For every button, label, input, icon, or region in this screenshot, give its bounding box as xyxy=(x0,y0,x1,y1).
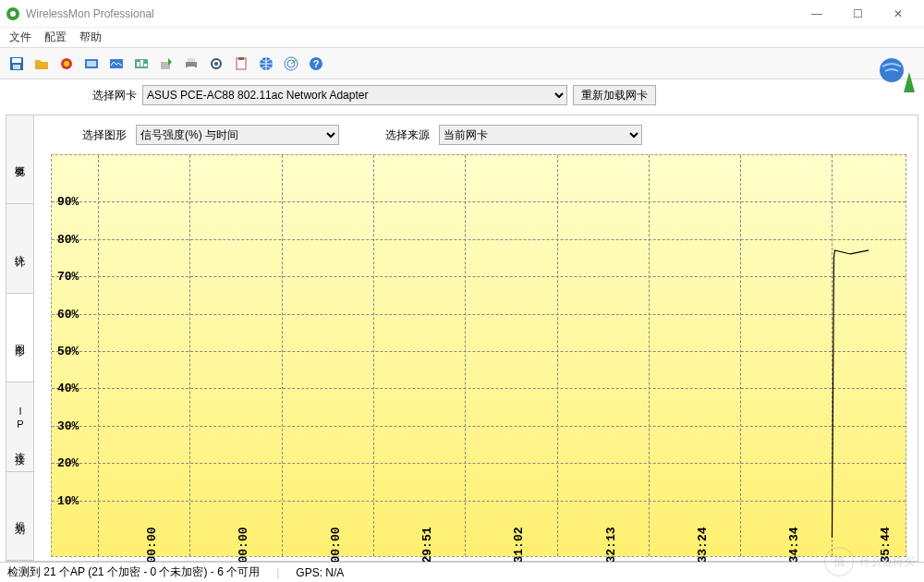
svg-rect-3 xyxy=(12,58,21,63)
tab-plan[interactable]: 规划 xyxy=(6,472,33,561)
content-area: 概要 统计 图形 IP 连接 规划 选择图形 信号强度(%) 与时间 选择来源 … xyxy=(6,115,918,562)
y-tick-label: 50% xyxy=(57,345,79,358)
tab-stats[interactable]: 统计 xyxy=(6,204,33,293)
status-gps: GPS: N/A xyxy=(296,566,344,579)
netview1-icon[interactable] xyxy=(80,53,103,75)
statusbar: 检测到 21 个AP (21 个加密 - 0 个未加密) - 6 个可用 | G… xyxy=(0,562,924,582)
menubar: 文件 配置 帮助 xyxy=(0,28,924,48)
signal-line xyxy=(52,155,906,556)
graph-type-select[interactable]: 信号强度(%) 与时间 xyxy=(136,125,339,145)
nic-label: 选择网卡 xyxy=(92,88,137,103)
save-icon[interactable] xyxy=(6,53,28,75)
svg-rect-11 xyxy=(137,62,140,67)
y-tick-label: 80% xyxy=(57,232,79,246)
window-title: WirelessMon Professional xyxy=(26,7,796,20)
nic-selector-row: 选择网卡 ASUS PCE-AC88 802.11ac Network Adap… xyxy=(0,79,924,111)
svg-rect-13 xyxy=(144,64,147,67)
svg-rect-8 xyxy=(87,61,96,67)
minimize-button[interactable]: — xyxy=(796,1,837,27)
svg-rect-21 xyxy=(238,57,244,60)
watermark-icon: 值 xyxy=(824,547,854,576)
source-select[interactable]: 当前网卡 xyxy=(439,125,642,145)
radar-icon[interactable] xyxy=(280,53,302,75)
svg-rect-12 xyxy=(140,60,143,67)
print-icon[interactable] xyxy=(180,53,202,75)
svg-text:?: ? xyxy=(313,58,320,69)
svg-point-1 xyxy=(10,11,16,17)
svg-rect-4 xyxy=(13,65,20,69)
nic-select[interactable]: ASUS PCE-AC88 802.11ac Network Adapter xyxy=(142,85,567,105)
window-controls: — ☐ ✕ xyxy=(796,1,918,27)
wifi-antenna-icon xyxy=(878,55,917,94)
source-label: 选择来源 xyxy=(385,127,430,143)
watermark-text: 什么值得买 xyxy=(859,554,915,570)
watermark: 值 什么值得买 xyxy=(824,547,915,576)
reload-nic-button[interactable]: 重新加载网卡 xyxy=(573,85,656,105)
folder-icon[interactable] xyxy=(30,53,53,75)
help-icon[interactable]: ? xyxy=(305,53,327,75)
main-panel: 选择图形 信号强度(%) 与时间 选择来源 当前网卡 10%20%30%40%5… xyxy=(34,115,918,561)
export-icon[interactable] xyxy=(155,53,177,75)
svg-point-27 xyxy=(880,58,904,82)
tab-ipconn[interactable]: IP 连接 xyxy=(6,382,33,471)
settings-icon[interactable] xyxy=(205,53,227,75)
y-tick-label: 90% xyxy=(57,195,79,209)
menu-file[interactable]: 文件 xyxy=(9,30,31,45)
menu-config[interactable]: 配置 xyxy=(44,30,67,45)
titlebar: WirelessMon Professional — ☐ ✕ xyxy=(0,0,924,28)
y-tick-label: 20% xyxy=(57,456,79,470)
netview3-icon[interactable] xyxy=(130,53,152,75)
globe-icon[interactable] xyxy=(255,53,277,75)
y-tick-label: 10% xyxy=(57,493,79,507)
netview2-icon[interactable] xyxy=(105,53,128,75)
tab-summary[interactable]: 概要 xyxy=(6,115,33,204)
y-tick-label: 70% xyxy=(57,270,79,284)
svg-rect-16 xyxy=(188,58,195,62)
status-ap-count: 检测到 21 个AP (21 个加密 - 0 个未加密) - 6 个可用 xyxy=(7,564,260,580)
side-tabs: 概要 统计 图形 IP 连接 规划 xyxy=(6,115,34,561)
record-icon[interactable] xyxy=(55,53,78,75)
maximize-button[interactable]: ☐ xyxy=(837,1,878,27)
menu-help[interactable]: 帮助 xyxy=(79,30,102,45)
signal-chart: 10%20%30%40%50%60%70%80%90%00:00:0000:00… xyxy=(51,154,906,557)
toolbar: ? xyxy=(0,48,924,79)
svg-point-19 xyxy=(214,62,218,66)
close-button[interactable]: ✕ xyxy=(878,1,918,27)
y-tick-label: 30% xyxy=(57,418,79,432)
app-icon xyxy=(6,6,20,21)
svg-point-6 xyxy=(64,61,69,67)
graph-type-label: 选择图形 xyxy=(82,127,127,143)
tab-graph[interactable]: 图形 xyxy=(6,294,33,382)
y-tick-label: 40% xyxy=(57,382,79,395)
y-tick-label: 60% xyxy=(57,307,79,321)
clipboard-icon[interactable] xyxy=(230,53,252,75)
svg-rect-17 xyxy=(188,67,195,69)
chart-selectors: 选择图形 信号强度(%) 与时间 选择来源 当前网卡 xyxy=(45,125,906,145)
